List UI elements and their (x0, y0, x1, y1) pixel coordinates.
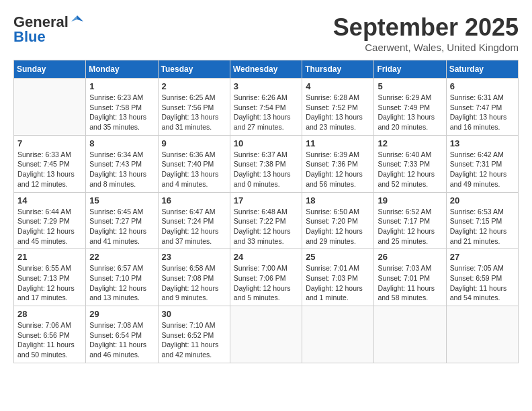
calendar-cell: 2Sunrise: 6:25 AM Sunset: 7:56 PM Daylig… (158, 79, 230, 136)
day-info: Sunrise: 6:39 AM Sunset: 7:36 PM Dayligh… (306, 150, 370, 189)
day-info: Sunrise: 6:45 AM Sunset: 7:27 PM Dayligh… (89, 207, 154, 246)
day-info: Sunrise: 6:58 AM Sunset: 7:08 PM Dayligh… (162, 263, 226, 303)
weekday-header-saturday: Saturday (446, 60, 518, 79)
calendar-cell: 22Sunrise: 6:57 AM Sunset: 7:10 PM Dayli… (86, 249, 158, 306)
day-number: 14 (17, 195, 82, 205)
day-number: 18 (306, 195, 370, 205)
month-title: September 2025 (333, 13, 519, 42)
day-number: 21 (17, 252, 82, 262)
calendar-cell (446, 306, 518, 363)
day-number: 16 (162, 195, 226, 205)
day-number: 22 (89, 252, 154, 262)
day-info: Sunrise: 6:33 AM Sunset: 7:45 PM Dayligh… (17, 150, 82, 189)
day-number: 5 (378, 81, 442, 91)
calendar-cell: 21Sunrise: 6:55 AM Sunset: 7:13 PM Dayli… (14, 249, 86, 306)
day-info: Sunrise: 7:10 AM Sunset: 6:52 PM Dayligh… (162, 320, 226, 360)
day-number: 26 (378, 252, 442, 262)
day-info: Sunrise: 6:34 AM Sunset: 7:43 PM Dayligh… (89, 150, 154, 189)
calendar-cell: 9Sunrise: 6:36 AM Sunset: 7:40 PM Daylig… (158, 135, 230, 192)
calendar-cell: 17Sunrise: 6:48 AM Sunset: 7:22 PM Dayli… (230, 192, 302, 249)
day-info: Sunrise: 6:29 AM Sunset: 7:49 PM Dayligh… (378, 93, 442, 132)
calendar-cell: 25Sunrise: 7:01 AM Sunset: 7:03 PM Dayli… (302, 249, 374, 306)
day-info: Sunrise: 6:44 AM Sunset: 7:29 PM Dayligh… (17, 207, 82, 246)
weekday-header-thursday: Thursday (302, 60, 374, 79)
calendar-cell (14, 79, 86, 136)
calendar-cell: 30Sunrise: 7:10 AM Sunset: 6:52 PM Dayli… (158, 306, 230, 363)
day-info: Sunrise: 6:42 AM Sunset: 7:31 PM Dayligh… (450, 150, 515, 189)
calendar-header-row: SundayMondayTuesdayWednesdayThursdayFrid… (14, 60, 519, 79)
day-info: Sunrise: 6:25 AM Sunset: 7:56 PM Dayligh… (162, 93, 226, 132)
calendar-cell (230, 306, 302, 363)
day-number: 12 (378, 138, 442, 148)
day-number: 24 (234, 252, 298, 262)
day-info: Sunrise: 7:08 AM Sunset: 6:54 PM Dayligh… (89, 320, 154, 360)
day-number: 20 (450, 195, 515, 205)
day-number: 4 (306, 81, 370, 91)
day-number: 30 (162, 309, 226, 319)
day-info: Sunrise: 6:53 AM Sunset: 7:15 PM Dayligh… (450, 207, 515, 246)
calendar-week-row: 1Sunrise: 6:23 AM Sunset: 7:58 PM Daylig… (14, 79, 519, 136)
calendar-cell: 20Sunrise: 6:53 AM Sunset: 7:15 PM Dayli… (446, 192, 518, 249)
day-number: 8 (89, 138, 154, 148)
day-number: 28 (17, 309, 82, 319)
calendar-cell: 3Sunrise: 6:26 AM Sunset: 7:54 PM Daylig… (230, 79, 302, 136)
day-number: 29 (89, 309, 154, 319)
day-number: 27 (450, 252, 515, 262)
calendar-cell: 10Sunrise: 6:37 AM Sunset: 7:38 PM Dayli… (230, 135, 302, 192)
calendar-cell: 28Sunrise: 7:06 AM Sunset: 6:56 PM Dayli… (14, 306, 86, 363)
calendar-cell: 16Sunrise: 6:47 AM Sunset: 7:24 PM Dayli… (158, 192, 230, 249)
calendar-week-row: 14Sunrise: 6:44 AM Sunset: 7:29 PM Dayli… (14, 192, 519, 249)
calendar-cell: 6Sunrise: 6:31 AM Sunset: 7:47 PM Daylig… (446, 79, 518, 136)
day-number: 23 (162, 252, 226, 262)
day-number: 13 (450, 138, 515, 148)
day-number: 1 (89, 81, 154, 91)
weekday-header-friday: Friday (374, 60, 446, 79)
calendar-cell: 15Sunrise: 6:45 AM Sunset: 7:27 PM Dayli… (86, 192, 158, 249)
weekday-header-monday: Monday (86, 60, 158, 79)
calendar-cell: 26Sunrise: 7:03 AM Sunset: 7:01 PM Dayli… (374, 249, 446, 306)
calendar-cell: 4Sunrise: 6:28 AM Sunset: 7:52 PM Daylig… (302, 79, 374, 136)
calendar-cell: 7Sunrise: 6:33 AM Sunset: 7:45 PM Daylig… (14, 135, 86, 192)
calendar-cell: 24Sunrise: 7:00 AM Sunset: 7:06 PM Dayli… (230, 249, 302, 306)
location: Caerwent, Wales, United Kingdom (333, 42, 519, 53)
calendar-cell (302, 306, 374, 363)
calendar-cell: 19Sunrise: 6:52 AM Sunset: 7:17 PM Dayli… (374, 192, 446, 249)
calendar-cell: 18Sunrise: 6:50 AM Sunset: 7:20 PM Dayli… (302, 192, 374, 249)
day-info: Sunrise: 6:26 AM Sunset: 7:54 PM Dayligh… (234, 93, 298, 132)
logo-icon (70, 14, 85, 29)
calendar-cell: 8Sunrise: 6:34 AM Sunset: 7:43 PM Daylig… (86, 135, 158, 192)
day-info: Sunrise: 6:52 AM Sunset: 7:17 PM Dayligh… (378, 207, 442, 246)
calendar-cell: 5Sunrise: 6:29 AM Sunset: 7:49 PM Daylig… (374, 79, 446, 136)
calendar-cell: 11Sunrise: 6:39 AM Sunset: 7:36 PM Dayli… (302, 135, 374, 192)
calendar-cell: 12Sunrise: 6:40 AM Sunset: 7:33 PM Dayli… (374, 135, 446, 192)
day-info: Sunrise: 6:31 AM Sunset: 7:47 PM Dayligh… (450, 93, 515, 132)
weekday-header-sunday: Sunday (14, 60, 86, 79)
calendar-cell: 13Sunrise: 6:42 AM Sunset: 7:31 PM Dayli… (446, 135, 518, 192)
day-number: 3 (234, 81, 298, 91)
calendar-week-row: 7Sunrise: 6:33 AM Sunset: 7:45 PM Daylig… (14, 135, 519, 192)
calendar-cell: 29Sunrise: 7:08 AM Sunset: 6:54 PM Dayli… (86, 306, 158, 363)
weekday-header-wednesday: Wednesday (230, 60, 302, 79)
day-number: 11 (306, 138, 370, 148)
day-number: 15 (89, 195, 154, 205)
day-info: Sunrise: 6:48 AM Sunset: 7:22 PM Dayligh… (234, 207, 298, 246)
day-info: Sunrise: 6:28 AM Sunset: 7:52 PM Dayligh… (306, 93, 370, 132)
title-area: September 2025 Caerwent, Wales, United K… (333, 13, 519, 53)
day-info: Sunrise: 7:00 AM Sunset: 7:06 PM Dayligh… (234, 263, 298, 303)
day-info: Sunrise: 6:50 AM Sunset: 7:20 PM Dayligh… (306, 207, 370, 246)
weekday-header-tuesday: Tuesday (158, 60, 230, 79)
day-number: 10 (234, 138, 298, 148)
day-number: 17 (234, 195, 298, 205)
calendar-week-row: 28Sunrise: 7:06 AM Sunset: 6:56 PM Dayli… (14, 306, 519, 363)
day-info: Sunrise: 6:36 AM Sunset: 7:40 PM Dayligh… (162, 150, 226, 189)
day-info: Sunrise: 6:57 AM Sunset: 7:10 PM Dayligh… (89, 263, 154, 303)
day-number: 6 (450, 81, 515, 91)
calendar-week-row: 21Sunrise: 6:55 AM Sunset: 7:13 PM Dayli… (14, 249, 519, 306)
page-header: General Blue September 2025 Caerwent, Wa… (13, 13, 519, 53)
day-number: 2 (162, 81, 226, 91)
day-info: Sunrise: 6:55 AM Sunset: 7:13 PM Dayligh… (17, 263, 82, 303)
calendar-cell (374, 306, 446, 363)
calendar-table: SundayMondayTuesdayWednesdayThursdayFrid… (13, 60, 519, 363)
calendar-cell: 14Sunrise: 6:44 AM Sunset: 7:29 PM Dayli… (14, 192, 86, 249)
logo: General Blue (13, 13, 85, 46)
